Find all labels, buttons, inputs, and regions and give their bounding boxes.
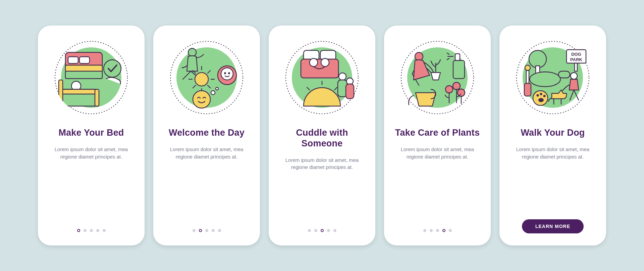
page-dot[interactable] [423,229,426,232]
svg-point-59 [530,72,560,87]
page-dot[interactable] [218,229,221,232]
svg-point-30 [193,91,210,108]
svg-point-27 [221,68,233,80]
svg-point-29 [228,73,230,74]
make-bed-icon [53,39,130,116]
card-title: Make Your Bed [58,128,124,138]
onboarding-row: Make Your Bed Lorem ipsum dolor sit amet… [24,12,620,259]
svg-point-31 [211,91,215,95]
card-desc: Lorem ipsum dolor sit amet, mea regione … [395,146,479,161]
svg-point-69 [543,95,546,97]
learn-more-button[interactable]: LEARN MORE [522,219,584,233]
onboarding-card-cuddle: Cuddle with Someone Lorem ipsum dolor si… [269,26,375,245]
page-dot[interactable] [436,229,439,232]
page-dot[interactable] [103,229,106,232]
onboarding-card-make-bed: Make Your Bed Lorem ipsum dolor sit amet… [38,26,145,245]
card-title: Take Care of Plants [395,128,480,138]
page-dot[interactable] [327,229,330,232]
svg-rect-63 [575,63,577,71]
svg-point-17 [195,73,208,86]
svg-point-67 [537,94,539,97]
page-dots [423,229,452,233]
svg-point-38 [310,58,318,66]
onboarding-card-welcome-day: Welcome the Day Lorem ipsum dolor sit am… [153,26,260,245]
page-dot[interactable] [308,229,311,232]
svg-rect-46 [346,84,354,99]
svg-rect-12 [59,80,63,106]
svg-point-16 [188,48,196,56]
onboarding-text: Walk Your Dog Lorem ipsum dolor sit amet… [508,116,597,219]
svg-point-39 [321,58,329,66]
card-title: Walk Your Dog [521,128,585,138]
page-dots [193,229,221,233]
page-dot[interactable] [90,229,93,232]
plants-icon [399,39,476,116]
card-title: Cuddle with Someone [278,128,366,149]
svg-point-60 [525,65,530,71]
svg-rect-6 [79,57,90,63]
onboarding-text: Welcome the Day Lorem ipsum dolor sit am… [162,116,251,229]
svg-rect-11 [60,89,97,94]
svg-rect-51 [455,54,460,60]
svg-point-28 [224,73,226,74]
card-desc: Lorem ipsum dolor sit amet, mea regione … [165,146,249,161]
svg-point-68 [540,93,542,95]
page-dot[interactable] [212,229,215,232]
sign-text-line2: PARK [570,57,582,62]
page-dot[interactable] [205,229,208,232]
svg-point-70 [538,98,544,102]
card-desc: Lorem ipsum dolor sit amet, mea regione … [511,146,595,161]
cuddle-icon [283,39,361,116]
page-dot[interactable] [333,229,336,232]
svg-rect-65 [524,83,531,96]
walk-dog-icon: DOG PARK [514,39,591,116]
page-dot[interactable] [199,229,202,232]
svg-rect-64 [558,71,570,78]
page-dot[interactable] [314,229,317,232]
page-dot[interactable] [84,229,87,232]
svg-point-8 [104,60,121,77]
svg-rect-7 [65,71,102,79]
welcome-day-icon [168,39,245,116]
page-dot[interactable] [96,229,99,232]
page-dots [77,229,106,233]
page-dot[interactable] [193,229,196,232]
card-desc: Lorem ipsum dolor sit amet, mea regione … [49,146,133,161]
page-dots [308,229,336,233]
page-dot[interactable] [442,229,445,232]
page-dot[interactable] [77,229,80,232]
page-dot[interactable] [430,229,433,232]
svg-point-66 [533,91,548,105]
sign-text-line1: DOG [571,52,581,57]
svg-rect-13 [95,89,99,106]
svg-point-57 [529,50,546,68]
svg-point-43 [339,73,346,80]
card-desc: Lorem ipsum dolor sit amet, mea regione … [280,156,364,171]
svg-rect-5 [68,57,78,63]
page-dot[interactable] [449,229,452,232]
onboarding-text: Make Your Bed Lorem ipsum dolor sit amet… [47,116,136,229]
svg-point-54 [458,89,465,96]
onboarding-text: Cuddle with Someone Lorem ipsum dolor si… [277,116,367,229]
svg-point-49 [415,52,423,60]
onboarding-text: Take Care of Plants Lorem ipsum dolor si… [393,116,482,229]
svg-rect-50 [453,60,465,79]
onboarding-card-walk-dog: DOG PARK [499,26,606,245]
page-dot[interactable] [321,229,324,232]
card-title: Welcome the Day [169,128,245,138]
svg-point-71 [571,73,577,79]
svg-point-52 [445,86,453,93]
svg-point-53 [453,82,460,90]
onboarding-card-plants: Take Care of Plants Lorem ipsum dolor si… [384,26,491,245]
svg-point-32 [216,87,218,90]
